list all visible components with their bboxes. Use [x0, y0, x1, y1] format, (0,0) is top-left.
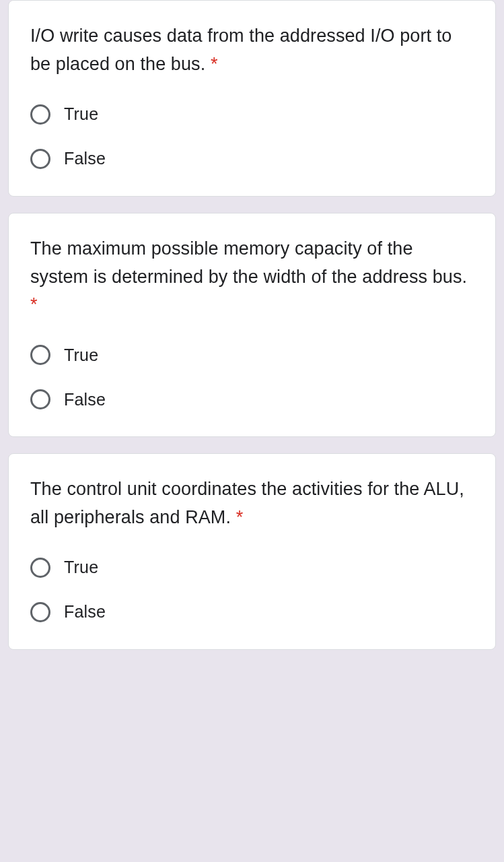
question-prompt: I/O write causes data from the addressed…: [30, 26, 452, 74]
radio-icon: [30, 104, 50, 125]
options-group: True False: [30, 558, 474, 622]
options-group: True False: [30, 345, 474, 409]
question-card: The control unit coordinates the activit…: [8, 453, 496, 650]
option-label: False: [64, 390, 106, 409]
option-label: False: [64, 602, 106, 622]
radio-icon: [30, 558, 50, 578]
option-label: True: [64, 345, 98, 365]
option-true[interactable]: True: [30, 558, 474, 578]
option-label: True: [64, 558, 98, 577]
option-false[interactable]: False: [30, 602, 474, 622]
question-prompt: The control unit coordinates the activit…: [30, 479, 464, 527]
question-card: I/O write causes data from the addressed…: [8, 0, 496, 197]
option-true[interactable]: True: [30, 104, 474, 125]
radio-icon: [30, 602, 50, 622]
option-false[interactable]: False: [30, 389, 474, 409]
option-false[interactable]: False: [30, 149, 474, 169]
required-indicator: *: [236, 507, 244, 527]
options-group: True False: [30, 104, 474, 169]
question-text: The control unit coordinates the activit…: [30, 475, 474, 532]
question-text: I/O write causes data from the addressed…: [30, 22, 474, 79]
radio-icon: [30, 389, 50, 409]
required-indicator: *: [211, 54, 218, 74]
question-text: The maximum possible memory capacity of …: [30, 235, 474, 320]
option-true[interactable]: True: [30, 345, 474, 365]
radio-icon: [30, 345, 50, 365]
required-indicator: *: [30, 294, 38, 314]
question-prompt: The maximum possible memory capacity of …: [30, 238, 467, 287]
option-label: True: [64, 104, 98, 124]
question-card: The maximum possible memory capacity of …: [8, 213, 496, 438]
radio-icon: [30, 149, 50, 169]
option-label: False: [64, 149, 106, 168]
